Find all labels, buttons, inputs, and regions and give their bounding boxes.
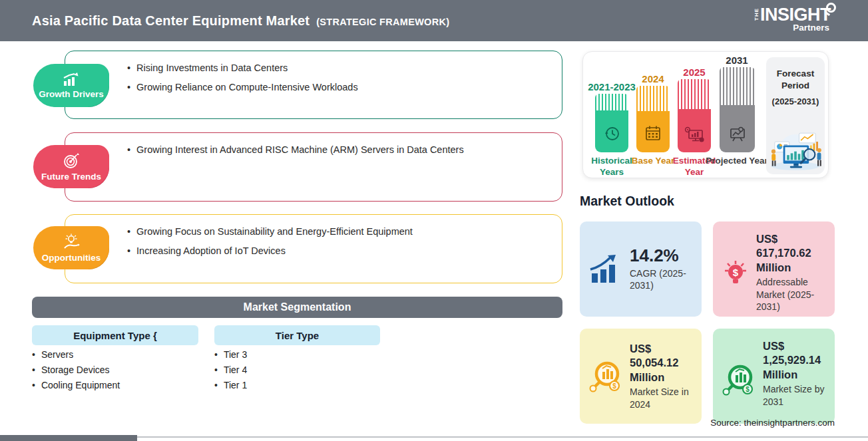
- equipment-type-list: •Servers •Storage Devices •Cooling Equip…: [32, 349, 120, 395]
- cagr-value: 14.2%: [630, 246, 695, 265]
- bar-chart-growth-icon: [61, 73, 81, 87]
- history-clock-icon: [602, 124, 622, 144]
- analytics-illustration: [767, 127, 824, 171]
- market-size-2024-card: $ US$ 50,054.12 Million Market Size in 2…: [580, 329, 702, 424]
- growth-drivers-bullets: •Rising Investments in Data Centers •Gro…: [127, 63, 358, 101]
- header-bar: Asia Pacific Data Center Equipment Marke…: [0, 0, 868, 41]
- svg-text:$: $: [612, 382, 616, 390]
- bar-caption-projected: Projected Year: [705, 156, 769, 167]
- calendar-icon: [643, 124, 663, 144]
- bulb-dollar-icon: $: [721, 255, 750, 289]
- page-subtitle: (STRATEGIC FRAMEWORK): [316, 17, 449, 27]
- svg-text:$: $: [746, 386, 750, 393]
- forecast-period-range: (2025-2031): [766, 96, 825, 106]
- segment-column-tier-type: Tier Type: [214, 325, 380, 345]
- market-segmentation-header: Market Segmentation: [32, 297, 562, 318]
- monitor-gear-icon: [684, 125, 705, 144]
- market-size-2031-caption: Market Size by 2031: [763, 383, 828, 408]
- bullet-item: •Growing Interest in Advanced RISC Machi…: [127, 144, 464, 155]
- source-attribution: Source: theinsightpartners.com: [710, 418, 835, 428]
- section-opportunities: •Growing Focus on Sustainability and Ene…: [65, 214, 562, 283]
- magnifier-icon: [826, 3, 836, 13]
- header-title-wrap: Asia Pacific Data Center Equipment Marke…: [32, 13, 449, 29]
- forecast-period-panel: Forecast Period (2025-2031): [766, 57, 825, 174]
- list-item: •Cooling Equipment: [32, 380, 120, 390]
- bar-chart-arrow-icon: [588, 253, 624, 285]
- list-item: •Storage Devices: [32, 365, 120, 375]
- timeline-bar-historical: [595, 94, 628, 152]
- section-future-trends: •Growing Interest in Advanced RISC Machi…: [65, 132, 562, 202]
- market-size-2024-caption: Market Size in 2024: [630, 386, 695, 410]
- badge-label: Opportunities: [42, 253, 101, 263]
- list-item: •Tier 4: [214, 365, 247, 375]
- bullet-item: •Rising Investments in Data Centers: [127, 63, 358, 73]
- svg-text:$: $: [733, 267, 739, 278]
- magnifier-chart-icon: $: [588, 359, 624, 394]
- idea-hand-icon: [62, 233, 81, 251]
- bullet-item: •Growing Reliance on Compute-Intensive W…: [127, 82, 358, 92]
- logo-the-text: The: [754, 8, 760, 21]
- market-size-2031-card: $ US$ 1,25,929.14 Million Market Size by…: [713, 329, 835, 424]
- timeline-bar-base: [636, 86, 670, 152]
- target-icon: [63, 152, 80, 170]
- list-item: •Servers: [32, 349, 120, 360]
- market-size-2031-value: US$ 1,25,929.14 Million: [763, 339, 828, 382]
- addressable-market-card: $ US$ 617,170.62 Million Addressable Mar…: [713, 221, 835, 317]
- badge-label: Future Trends: [41, 172, 101, 182]
- growth-drivers-badge: Growth Drivers: [33, 64, 109, 107]
- bullet-item: •Growing Focus on Sustainability and Ene…: [127, 226, 413, 237]
- page-title: Asia Pacific Data Center Equipment Marke…: [32, 13, 310, 29]
- presentation-chart-icon: [727, 125, 748, 144]
- magnifier-chart-icon: $: [721, 362, 757, 398]
- logo-insight-text: INSIGHT: [760, 7, 831, 23]
- list-item: •Tier 3: [214, 349, 247, 360]
- cagr-card: 14.2% CAGR (2025-2031): [580, 221, 702, 317]
- segment-column-equipment-type: Equipment Type {: [32, 325, 198, 345]
- market-outlook-title: Market Outlook: [580, 194, 674, 209]
- forecast-timeline-card: 2021-2023 2024 2025 2031: [582, 51, 829, 178]
- insight-partners-logo: The INSIGHT Partners: [724, 7, 831, 33]
- infographic-page: Asia Pacific Data Center Equipment Marke…: [0, 0, 868, 441]
- addressable-market-value: US$ 617,170.62 Million: [756, 232, 828, 275]
- future-trends-bullets: •Growing Interest in Advanced RISC Machi…: [127, 144, 464, 164]
- badge-label: Growth Drivers: [39, 89, 104, 99]
- forecast-period-label: Forecast Period: [766, 68, 825, 91]
- bullet-item: •Increasing Adoption of IoT Devices: [127, 245, 413, 256]
- tier-type-list: •Tier 3 •Tier 4 •Tier 1: [214, 349, 247, 395]
- market-size-2024-value: US$ 50,054.12 Million: [630, 342, 695, 384]
- cagr-caption: CAGR (2025-2031): [630, 267, 695, 292]
- list-item: •Tier 1: [214, 380, 247, 390]
- addressable-market-caption: Addressable Market (2025-2031): [756, 276, 828, 313]
- year-label-projected: 2031: [697, 55, 777, 66]
- opportunities-bullets: •Growing Focus on Sustainability and Ene…: [127, 226, 413, 265]
- section-growth-drivers: •Rising Investments in Data Centers •Gro…: [65, 51, 562, 119]
- opportunities-badge: Opportunities: [33, 226, 109, 269]
- future-trends-badge: Future Trends: [33, 145, 109, 188]
- timeline-bar-projected: [720, 67, 755, 152]
- timeline-bar-estimated: [678, 79, 711, 152]
- next-section-header-edge: [0, 435, 137, 441]
